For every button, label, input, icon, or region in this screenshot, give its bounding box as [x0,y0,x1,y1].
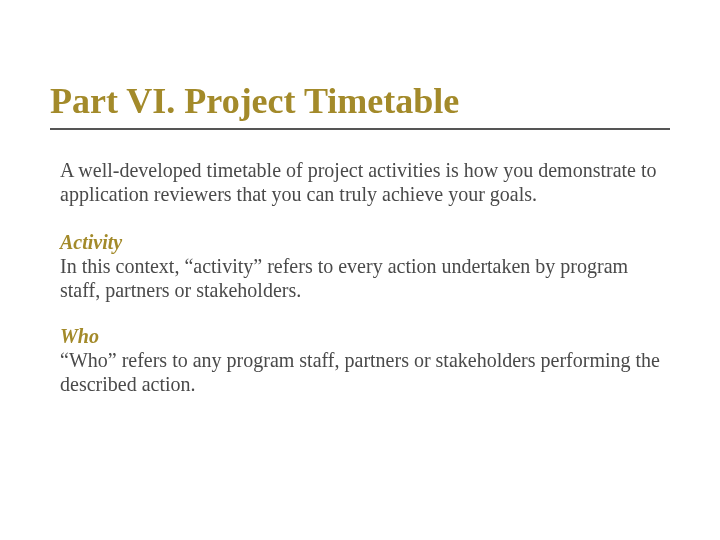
section-body: In this context, “activity” refers to ev… [60,255,628,301]
page-title: Part VI. Project Timetable [50,80,670,122]
section-who: Who “Who” refers to any program staff, p… [50,324,670,396]
title-underline [50,128,670,130]
intro-paragraph: A well-developed timetable of project ac… [50,158,670,206]
section-body: “Who” refers to any program staff, partn… [60,349,660,395]
section-label: Who [60,324,670,348]
section-activity: Activity In this context, “activity” ref… [50,230,670,302]
section-label: Activity [60,230,670,254]
